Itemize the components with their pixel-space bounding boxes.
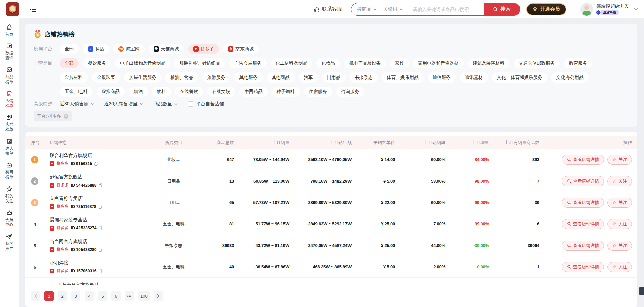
prev-page-button[interactable]: [31, 291, 40, 301]
platform-pill-tmall[interactable]: 天天猫商城: [149, 44, 184, 54]
category-pill[interactable]: 在线餐饮: [175, 87, 203, 97]
more-pages-button[interactable]: •••: [125, 291, 134, 301]
category-pill[interactable]: 电子出版物及音像制品: [115, 58, 170, 68]
category-pill[interactable]: 文化、体育和娱乐服务: [492, 72, 547, 83]
copy-icon[interactable]: [99, 226, 103, 230]
shop-name[interactable]: 联合利华官方旗舰店: [50, 153, 150, 159]
copy-icon[interactable]: [99, 205, 103, 209]
sidebar-item-shop-group-rank[interactable]: 店群榜单: [5, 114, 14, 132]
page-button[interactable]: 4: [85, 291, 94, 301]
page-button[interactable]: 3: [71, 291, 80, 301]
next-page-button[interactable]: [154, 291, 163, 301]
category-pill[interactable]: 虚拟商品: [97, 87, 125, 97]
category-pill[interactable]: 广告会展服务: [229, 58, 267, 68]
category-pill[interactable]: 日用品: [322, 72, 346, 83]
category-pill[interactable]: 旅游服务: [202, 72, 230, 83]
platform-pill-douyin[interactable]: ♪抖店: [83, 44, 109, 54]
view-shop-detail-button[interactable]: 查看店铺详情: [562, 262, 604, 272]
view-shop-detail-button[interactable]: 查看店铺详情: [562, 198, 604, 208]
remove-filter-icon[interactable]: ✕: [64, 114, 68, 119]
category-pill[interactable]: 教育服务: [564, 58, 592, 68]
shop-name[interactable]: 小明焊接: [50, 260, 150, 266]
collapse-sidebar-icon[interactable]: [30, 6, 36, 12]
follow-shop-button[interactable]: ☆关注: [607, 176, 632, 186]
shop-name[interactable]: 立白青柠专卖店: [50, 196, 150, 202]
app-logo[interactable]: [6, 2, 19, 16]
category-pill[interactable]: 五金、电料: [60, 87, 93, 97]
search-input[interactable]: [413, 7, 484, 12]
category-pill[interactable]: 其他服务: [234, 72, 263, 83]
user-menu[interactable]: 癞蛤蟆超级开发 ✓ 企业年版: [580, 3, 638, 16]
category-pill[interactable]: 化工材料及制品: [271, 58, 313, 68]
sidebar-item-shop-rank[interactable]: 店铺榜单: [5, 90, 14, 108]
platform-pill-taobao[interactable]: 淘淘宝网: [113, 44, 145, 54]
category-pill[interactable]: 通信服务: [428, 72, 456, 83]
sidebar-item-category-rank[interactable]: 类目榜单: [5, 162, 14, 180]
category-pill[interactable]: 粮油、食品: [165, 72, 198, 83]
category-pill[interactable]: 饮料: [152, 87, 171, 97]
page-button[interactable]: 2: [58, 291, 67, 301]
search-button[interactable]: 搜索: [484, 3, 520, 16]
sidebar-item-my-follows[interactable]: 我的关注: [5, 186, 14, 204]
category-pill[interactable]: 中西药品: [239, 87, 268, 97]
category-pill[interactable]: 住宿服务: [304, 87, 332, 97]
view-shop-detail-button[interactable]: 查看店铺详情: [562, 176, 604, 186]
view-shop-detail-button[interactable]: 查看店铺详情: [562, 219, 604, 229]
category-pill[interactable]: 咨询服务: [336, 87, 364, 97]
page-button[interactable]: 100: [138, 291, 150, 301]
copy-icon[interactable]: [99, 248, 103, 252]
page-button[interactable]: 5: [98, 291, 107, 301]
copy-icon[interactable]: [99, 269, 103, 273]
open-membership-button[interactable]: 开通会员: [526, 3, 566, 15]
copy-icon[interactable]: [99, 183, 103, 187]
category-pill[interactable]: 汽车: [299, 72, 318, 83]
sidebar-item-my-promotion[interactable]: 我的推广: [5, 233, 14, 251]
search-keyword-select[interactable]: 关键词: [383, 6, 403, 12]
copy-icon[interactable]: [94, 162, 98, 166]
floating-widget[interactable]: [639, 287, 644, 295]
category-pill[interactable]: 化妆品: [316, 58, 340, 68]
category-pill[interactable]: 家用电器和音像器材: [413, 58, 464, 68]
view-shop-detail-button[interactable]: 查看店铺详情: [562, 155, 604, 165]
shop-name[interactable]: 当当网官方旗舰店: [50, 239, 150, 245]
contact-support-button[interactable]: 联系客服: [314, 6, 342, 12]
category-pill[interactable]: 烟酒: [129, 87, 148, 97]
sidebar-item-product-rank[interactable]: 商品榜单: [5, 66, 14, 85]
shop-name[interactable]: 刀龙会员官方旗舰店: [57, 282, 99, 285]
sales-growth-dropdown[interactable]: 近30天销售增量: [104, 101, 144, 107]
sidebar-item-member-center[interactable]: 会员中心: [5, 209, 14, 227]
page-button[interactable]: 6: [111, 291, 121, 301]
follow-shop-button[interactable]: ☆关注: [607, 262, 632, 272]
category-pill[interactable]: 金属材料: [60, 72, 88, 83]
category-pill[interactable]: 服装鞋帽、针纺织品: [174, 58, 225, 68]
category-pill[interactable]: 体育、娱乐用品: [382, 72, 424, 83]
platform-pill-all[interactable]: 全部: [60, 44, 79, 54]
self-operated-checkbox[interactable]: [188, 101, 193, 107]
category-pill[interactable]: 居民生活服务: [124, 72, 161, 83]
category-pill[interactable]: 在线文娱: [207, 87, 235, 97]
category-pill[interactable]: 其他商品: [267, 72, 295, 83]
follow-shop-button[interactable]: ☆关注: [607, 155, 632, 165]
category-pill[interactable]: 全部: [60, 58, 79, 68]
platform-pill-pinduoduo[interactable]: ♥拼多多: [188, 44, 219, 54]
search-scope-select[interactable]: 搜商品: [351, 6, 377, 12]
category-pill[interactable]: 建筑及装潢材料: [468, 58, 510, 68]
shop-name[interactable]: 晨洲岛家装专营店: [50, 217, 150, 223]
category-pill[interactable]: 机电产品及设备: [344, 58, 386, 68]
sales-amount-dropdown[interactable]: 近30天销售额: [60, 101, 94, 107]
category-pill[interactable]: 餐饮服务: [83, 58, 111, 68]
product-count-dropdown[interactable]: 商品数量: [153, 101, 178, 107]
follow-shop-button[interactable]: ☆关注: [607, 241, 632, 251]
category-pill[interactable]: 交通仓储邮政服务: [514, 58, 560, 68]
view-shop-detail-button[interactable]: 查看店铺详情: [562, 241, 604, 251]
shop-name[interactable]: 冠恒官方旗舰店: [50, 174, 150, 180]
category-pill[interactable]: 家具: [390, 58, 409, 68]
sidebar-item-data-query[interactable]: 数据查询: [5, 43, 14, 61]
follow-shop-button[interactable]: ☆关注: [607, 219, 632, 229]
sidebar-item-home[interactable]: 首页: [5, 24, 14, 37]
page-button[interactable]: 1: [44, 291, 54, 301]
platform-pill-jd[interactable]: 京京东商城: [223, 44, 259, 54]
category-pill[interactable]: 种子饲料: [272, 87, 300, 97]
follow-shop-button[interactable]: ☆关注: [607, 198, 632, 208]
sidebar-item-talent-rank[interactable]: 达人榜单: [5, 138, 14, 156]
